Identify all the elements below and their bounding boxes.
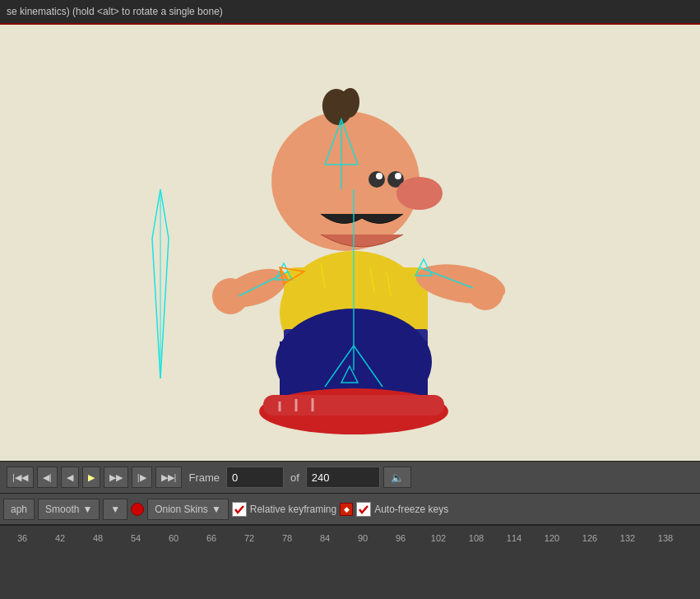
status-bar: se kinematics) (hold <alt> to rotate a s…	[0, 0, 700, 25]
go-to-start-button[interactable]: |◀◀	[7, 467, 34, 488]
prev-frame-button[interactable]: ◀	[61, 467, 79, 488]
keyframe-type-indicator: ◆	[340, 503, 353, 516]
relative-keyframing-checkbox[interactable]: Relative keyframing	[232, 502, 336, 517]
bottom-controls: aph Smooth ▼ ▼ Onion Skins ▼ Relative ke…	[0, 494, 700, 525]
tl-84: 84	[306, 533, 344, 543]
tl-48: 48	[79, 533, 117, 543]
next-keyframe-button[interactable]: |▶	[132, 467, 152, 488]
auto-freeze-checkbox[interactable]: Auto-freeze keys	[356, 502, 448, 517]
smooth-arrow-btn[interactable]: ▼	[103, 499, 127, 520]
tl-132: 132	[609, 533, 647, 543]
tl-66: 66	[192, 533, 230, 543]
auto-freeze-check-icon	[356, 502, 371, 517]
graph-button[interactable]: aph	[3, 499, 35, 520]
relative-keyframing-check-icon	[232, 502, 247, 517]
timeline-bar: 36 42 48 54 60 66 72 78 84 90 96 102 108…	[0, 525, 700, 550]
svg-point-7	[369, 171, 385, 188]
tl-90: 90	[344, 533, 382, 543]
tl-96: 96	[382, 533, 420, 543]
tl-72: 72	[230, 533, 268, 543]
canvas-area	[0, 25, 700, 461]
tl-36: 36	[3, 533, 41, 543]
onion-skins-arrow: ▼	[211, 504, 221, 515]
next-frame-button[interactable]: ▶▶	[104, 467, 128, 488]
tl-54: 54	[117, 533, 155, 543]
status-text: se kinematics) (hold <alt> to rotate a s…	[7, 6, 223, 17]
transport-bar: |◀◀ ◀| ◀ ▶ ▶▶ |▶ ▶▶| Frame of 🔈	[0, 461, 700, 494]
svg-rect-22	[263, 395, 444, 416]
tl-120: 120	[533, 533, 571, 543]
play-button[interactable]: ▶	[82, 467, 100, 488]
smooth-dropdown-arrow: ▼	[82, 504, 92, 515]
character-svg	[0, 25, 700, 461]
auto-freeze-label: Auto-freeze keys	[374, 504, 448, 515]
frame-input[interactable]	[226, 467, 284, 488]
tl-138: 138	[647, 533, 684, 543]
svg-point-10	[395, 173, 401, 179]
onion-skins-dropdown[interactable]: Onion Skins ▼	[147, 499, 229, 520]
tl-60: 60	[155, 533, 192, 543]
timeline-numbers: 36 42 48 54 60 66 72 78 84 90 96 102 108…	[0, 526, 684, 550]
smooth-label: Smooth	[45, 504, 79, 515]
tl-126: 126	[571, 533, 609, 543]
tl-108: 108	[457, 533, 495, 543]
total-frames-input[interactable]	[306, 467, 380, 488]
svg-point-9	[376, 173, 382, 179]
audio-button[interactable]: 🔈	[383, 467, 411, 488]
record-indicator	[131, 503, 144, 516]
frame-label: Frame	[188, 471, 220, 484]
tl-114: 114	[495, 533, 533, 543]
svg-point-11	[396, 177, 443, 210]
svg-point-17	[467, 274, 503, 310]
onion-skins-label: Onion Skins	[155, 504, 208, 515]
tl-42: 42	[41, 533, 79, 543]
of-label: of	[290, 471, 299, 484]
smooth-dropdown[interactable]: Smooth ▼	[38, 499, 100, 520]
go-to-end-button[interactable]: ▶▶|	[155, 467, 183, 488]
tl-78: 78	[268, 533, 306, 543]
relative-keyframing-label: Relative keyframing	[250, 504, 336, 515]
graph-label: aph	[11, 504, 27, 515]
svg-point-16	[212, 278, 248, 314]
prev-keyframe-button[interactable]: ◀|	[37, 467, 58, 488]
tl-102: 102	[420, 533, 457, 543]
